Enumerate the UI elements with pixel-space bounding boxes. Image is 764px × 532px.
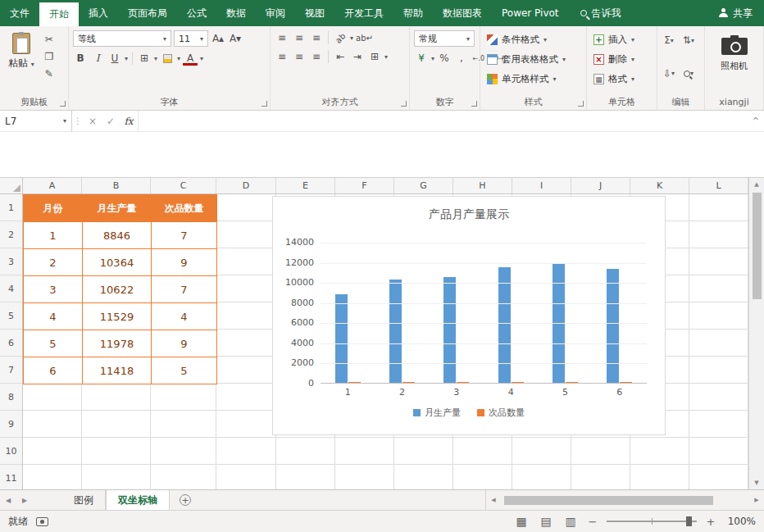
- row-header-3[interactable]: 3: [0, 248, 22, 275]
- bar-series-1[interactable]: [498, 267, 511, 384]
- formula-input[interactable]: [138, 111, 748, 131]
- row-header-2[interactable]: 2: [0, 221, 22, 248]
- tab-help[interactable]: 帮助: [393, 0, 433, 26]
- name-box-dropdown-icon[interactable]: ▾: [63, 117, 66, 125]
- table-cell[interactable]: 3: [24, 276, 83, 303]
- row-header-4[interactable]: 4: [0, 275, 22, 302]
- wrap-text-button[interactable]: ab↵: [356, 30, 373, 45]
- row-header-9[interactable]: 9: [0, 411, 22, 438]
- column-header-d[interactable]: D: [216, 178, 276, 193]
- fill-color-dropdown-icon[interactable]: ▾: [177, 55, 180, 62]
- borders-button[interactable]: ⊞: [137, 51, 152, 66]
- tab-data-chart[interactable]: 数据图表: [433, 0, 492, 26]
- styles-dialog-launcher-icon[interactable]: [578, 101, 584, 107]
- table-cell[interactable]: 6: [24, 357, 83, 384]
- formula-expanded-area[interactable]: [0, 132, 764, 177]
- bold-button[interactable]: B: [73, 51, 88, 66]
- zoom-slider[interactable]: [607, 521, 697, 522]
- font-color-dropdown-icon[interactable]: ▾: [200, 55, 203, 62]
- page-layout-view-button[interactable]: ▤: [538, 515, 554, 528]
- zoom-percentage[interactable]: 100%: [725, 516, 756, 527]
- merge-center-button[interactable]: ⊞: [367, 49, 382, 64]
- table-cell[interactable]: 5: [24, 330, 83, 357]
- insert-function-button[interactable]: fx: [120, 111, 138, 131]
- tab-data[interactable]: 数据: [216, 0, 256, 26]
- comma-style-button[interactable]: ,: [454, 51, 469, 66]
- number-format-select[interactable]: 常规▾: [414, 30, 475, 47]
- bar-series-1[interactable]: [443, 277, 456, 384]
- table-cell[interactable]: 4: [24, 303, 83, 330]
- cells-area[interactable]: 月份月生产量次品数量 18846721036493106227411529451…: [23, 194, 748, 489]
- horizontal-scrollbar[interactable]: ◀ ▶: [485, 490, 764, 510]
- table-cell[interactable]: 7: [152, 222, 217, 249]
- accounting-dropdown-icon[interactable]: ▾: [431, 55, 434, 62]
- format-as-table-button[interactable]: 套用表格格式▾: [484, 50, 582, 69]
- font-color-button[interactable]: A: [183, 53, 198, 66]
- copy-button[interactable]: ❐: [42, 49, 57, 64]
- horizontal-scroll-track[interactable]: [501, 490, 749, 510]
- cut-button[interactable]: ✂: [42, 32, 57, 47]
- table-cell[interactable]: 11418: [83, 357, 152, 384]
- zoom-in-button[interactable]: +: [705, 516, 716, 528]
- column-header-b[interactable]: B: [82, 178, 151, 193]
- align-center-button[interactable]: ≡: [292, 49, 307, 64]
- column-header-e[interactable]: E: [276, 178, 335, 193]
- column-header-j[interactable]: J: [571, 178, 630, 193]
- table-cell[interactable]: 5: [152, 357, 217, 384]
- decrease-indent-button[interactable]: ⇤: [333, 49, 348, 64]
- borders-dropdown-icon[interactable]: ▾: [154, 55, 157, 62]
- table-header-cell[interactable]: 月份: [24, 195, 83, 222]
- insert-cells-button[interactable]: +插入▾: [591, 30, 653, 49]
- autosum-button[interactable]: Σ▾: [662, 33, 676, 48]
- column-header-h[interactable]: H: [453, 178, 512, 193]
- horizontal-scroll-thumb[interactable]: [504, 496, 713, 505]
- tab-formulas[interactable]: 公式: [177, 0, 216, 26]
- chart[interactable]: 产品月产量展示 123456 月生产量次品数量 0200040006000800…: [272, 196, 666, 435]
- orientation-dropdown-icon[interactable]: ▾: [350, 34, 353, 42]
- table-cell[interactable]: 9: [152, 249, 217, 276]
- scroll-right-icon[interactable]: ▶: [749, 493, 764, 507]
- delete-cells-button[interactable]: ×删除▾: [591, 50, 653, 69]
- row-header-5[interactable]: 5: [0, 302, 22, 330]
- paste-button[interactable]: 粘贴 ▾: [4, 30, 39, 96]
- row-header-6[interactable]: 6: [0, 330, 22, 357]
- macro-record-button[interactable]: [36, 517, 48, 526]
- table-header-cell[interactable]: 次品数量: [152, 195, 217, 222]
- table-cell[interactable]: 7: [152, 276, 217, 303]
- align-left-button[interactable]: ≡: [275, 49, 289, 64]
- table-cell[interactable]: 8846: [83, 222, 152, 249]
- increase-font-size-button[interactable]: A▴: [211, 31, 225, 46]
- decrease-font-size-button[interactable]: A▾: [228, 31, 243, 46]
- column-header-f[interactable]: F: [335, 178, 394, 193]
- orientation-button[interactable]: ab: [333, 30, 348, 45]
- table-cell[interactable]: 10364: [83, 249, 152, 276]
- conditional-formatting-button[interactable]: 条件格式▾: [484, 30, 582, 49]
- table-cell[interactable]: 4: [152, 303, 217, 330]
- table-cell[interactable]: 11978: [83, 330, 152, 357]
- cell-styles-button[interactable]: 单元格样式▾: [484, 70, 582, 89]
- zoom-out-button[interactable]: −: [587, 516, 598, 528]
- column-header-a[interactable]: A: [23, 178, 82, 193]
- bar-series-1[interactable]: [335, 294, 348, 384]
- row-header-7[interactable]: 7: [0, 357, 22, 384]
- legend-item-2[interactable]: 次品数量: [477, 407, 525, 419]
- alignment-dialog-launcher-icon[interactable]: [401, 101, 407, 107]
- fill-color-button[interactable]: [160, 51, 175, 66]
- name-box[interactable]: L7 ▾: [0, 111, 72, 131]
- font-size-select[interactable]: 11▾: [174, 30, 208, 47]
- new-sheet-button[interactable]: +: [176, 490, 194, 510]
- column-header-c[interactable]: C: [151, 178, 216, 193]
- tab-view[interactable]: 视图: [295, 0, 334, 26]
- tab-insert[interactable]: 插入: [79, 0, 118, 26]
- align-middle-button[interactable]: ≡: [292, 30, 307, 45]
- format-painter-button[interactable]: ✎: [42, 66, 57, 81]
- enter-formula-button[interactable]: ✓: [102, 111, 120, 131]
- sheet-tab-dual-axis-sheet[interactable]: 双坐标轴: [106, 490, 170, 510]
- table-header-cell[interactable]: 月生产量: [83, 195, 152, 222]
- table-cell[interactable]: 9: [152, 330, 217, 357]
- format-cells-button[interactable]: ▦格式▾: [591, 70, 653, 89]
- legend-item-1[interactable]: 月生产量: [413, 407, 461, 419]
- camera-button[interactable]: 照相机: [716, 30, 752, 96]
- row-header-8[interactable]: 8: [0, 384, 22, 411]
- scroll-down-icon[interactable]: ▼: [749, 476, 764, 489]
